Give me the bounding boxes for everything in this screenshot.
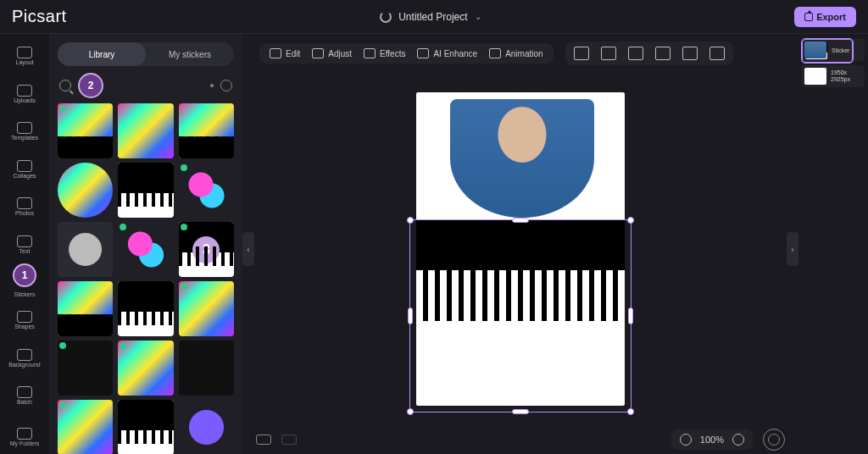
sticker-thumb[interactable]	[179, 103, 234, 158]
sticker-thumb[interactable]	[179, 400, 234, 454]
export-button[interactable]: Export	[794, 7, 856, 27]
rail-my-folders[interactable]: My Folders	[3, 419, 46, 454]
sparkle-icon	[417, 48, 429, 58]
context-toolbar: Edit Adjust Effects AI Enhance Animation	[242, 34, 798, 73]
rotate-button[interactable]	[655, 47, 670, 60]
layer-thumb-icon	[804, 68, 826, 85]
zoom-level[interactable]: 100%	[700, 435, 724, 445]
export-icon	[804, 13, 813, 21]
handle-tl[interactable]	[407, 217, 414, 224]
animation-icon	[489, 48, 501, 58]
edit-icon	[270, 48, 281, 58]
sticker-thumb[interactable]	[118, 222, 173, 277]
image-layer-preview	[450, 99, 594, 218]
rail-batch[interactable]: Batch	[3, 379, 46, 413]
handle-br[interactable]	[627, 408, 634, 415]
zoom-out-icon[interactable]	[680, 434, 692, 446]
premium-badge-icon	[59, 105, 66, 112]
layers-panel: Sticker Image 1950x 2925px	[798, 34, 868, 454]
adjust-button[interactable]: Adjust	[312, 48, 352, 58]
layer-thumb-icon	[804, 42, 826, 58]
flip-button[interactable]	[574, 47, 589, 60]
tab-my-stickers[interactable]: My stickers	[146, 42, 234, 66]
folder-icon	[17, 428, 32, 440]
background-icon	[17, 349, 32, 361]
canvas-area: Edit Adjust Effects AI Enhance Animation…	[242, 34, 798, 454]
rail-text[interactable]: Text	[3, 228, 46, 263]
animation-button[interactable]: Animation	[489, 48, 542, 58]
collapse-left-panel[interactable]: ‹	[242, 232, 254, 266]
left-rail: Layout Uploads Templates Collages Photos…	[0, 34, 49, 454]
zoom-controls: 100%	[671, 429, 753, 450]
sticker-thumb[interactable]	[58, 103, 113, 158]
effects-button[interactable]: Effects	[364, 48, 405, 58]
settings-icon[interactable]	[220, 80, 232, 91]
sticker-thumb[interactable]	[118, 400, 173, 454]
bottom-bar: 100%	[242, 425, 798, 454]
stickers-panel: Library My stickers 2 3	[49, 34, 242, 454]
sticker-thumb[interactable]	[118, 340, 173, 396]
layer-background[interactable]: 1950x 2925px	[802, 65, 865, 87]
crop-button[interactable]	[628, 47, 643, 60]
sticker-thumb[interactable]	[118, 281, 173, 336]
sticker-thumb[interactable]	[58, 400, 113, 454]
panel-options-icon[interactable]	[200, 84, 214, 87]
sticker-thumb[interactable]	[179, 163, 234, 218]
rail-stickers[interactable]: 1 Stickers	[3, 265, 46, 300]
handle-bl[interactable]	[407, 408, 414, 415]
handle-bottom[interactable]	[512, 409, 529, 414]
rail-templates[interactable]: Templates	[3, 114, 46, 149]
fx-icon	[364, 48, 376, 58]
sticker-thumb[interactable]	[58, 281, 113, 336]
sticker-thumb[interactable]	[58, 163, 113, 218]
reload-icon[interactable]	[380, 11, 392, 23]
batch-icon	[17, 386, 32, 398]
erase-button[interactable]	[601, 47, 616, 60]
canvas-settings-button[interactable]	[763, 429, 785, 451]
sticker-thumb[interactable]: 3	[179, 222, 234, 277]
layer-image[interactable]: Image	[802, 39, 865, 61]
edit-button[interactable]: Edit	[270, 48, 300, 58]
rail-uploads[interactable]: Uploads	[3, 77, 46, 112]
rail-layout[interactable]: Layout	[3, 39, 46, 74]
canvas-page[interactable]	[416, 92, 625, 406]
tab-library[interactable]: Library	[58, 42, 146, 66]
adjust-icon	[312, 48, 324, 58]
handle-tr[interactable]	[627, 217, 634, 224]
sticker-thumb[interactable]	[179, 281, 234, 336]
sticker-thumb[interactable]	[179, 340, 234, 396]
layout-icon	[17, 47, 32, 58]
photos-icon	[17, 197, 32, 209]
ai-enhance-button[interactable]: AI Enhance	[417, 48, 477, 58]
sticker-layer-preview	[416, 219, 625, 270]
handle-left[interactable]	[408, 307, 413, 324]
sticker-thumb[interactable]	[58, 222, 113, 277]
undo-button[interactable]	[256, 435, 271, 445]
search-icon[interactable]	[59, 80, 71, 91]
rail-shapes[interactable]: Shapes	[3, 303, 46, 338]
rail-background[interactable]: Background	[3, 340, 46, 375]
topbar: Picsart Untitled Project ⌄ Export	[0, 0, 868, 34]
duplicate-button[interactable]	[682, 47, 698, 60]
templates-icon	[17, 122, 32, 134]
sticker-thumb[interactable]	[58, 340, 113, 396]
collapse-right-panel[interactable]: ›	[787, 232, 798, 266]
project-title[interactable]: Untitled Project	[398, 11, 467, 23]
app-logo: Picsart	[12, 7, 67, 26]
chevron-down-icon[interactable]: ⌄	[475, 12, 481, 21]
collages-icon	[17, 160, 32, 172]
rail-collages[interactable]: Collages	[3, 152, 46, 187]
zoom-in-icon[interactable]	[732, 434, 744, 446]
sticker-thumb[interactable]	[118, 163, 173, 218]
redo-button[interactable]	[281, 435, 297, 445]
gear-icon	[768, 434, 780, 446]
rail-photos[interactable]: Photos	[3, 190, 46, 224]
sticker-thumb[interactable]	[118, 103, 173, 158]
panel-tabs: Library My stickers	[58, 42, 234, 66]
text-icon	[17, 235, 32, 247]
delete-button[interactable]	[709, 47, 725, 60]
handle-right[interactable]	[628, 307, 633, 324]
sticker-grid: 3	[54, 103, 237, 454]
tutorial-marker-3: 3	[192, 236, 220, 263]
tutorial-marker-1: 1	[13, 263, 36, 287]
